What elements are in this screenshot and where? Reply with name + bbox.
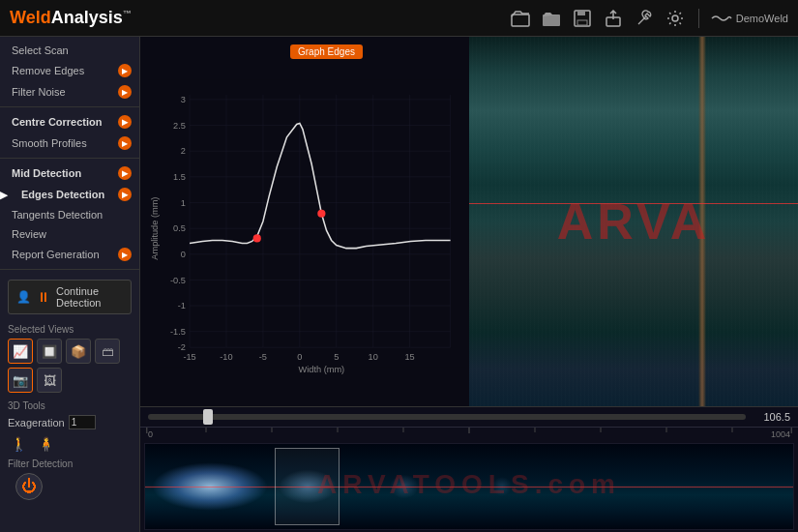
title-weld: Weld	[10, 8, 51, 27]
sidebar-item-select-scan[interactable]: Select Scan	[0, 41, 139, 60]
exageration-row: Exageration	[8, 415, 132, 429]
svg-rect-3	[577, 11, 585, 15]
svg-text:15: 15	[404, 352, 414, 362]
image-view-icon[interactable]: 🖼	[37, 368, 62, 393]
waveform-selection[interactable]	[275, 448, 340, 524]
svg-text:-1: -1	[178, 301, 186, 310]
tools-section: 3D Tools Exageration 🚶 🧍 Filter Detectio…	[0, 397, 139, 504]
folder-icon[interactable]	[540, 7, 563, 30]
svg-text:1: 1	[181, 198, 186, 208]
waveform-bg: ARVATOOLS.com	[145, 444, 793, 529]
slider-row: 106.5	[140, 407, 798, 428]
waveform-red-line	[145, 487, 793, 488]
view-icons: 📈 🔲 📦 🗃 📷 🖼	[8, 339, 132, 393]
demo-weld-label: DemoWeld	[711, 13, 788, 24]
svg-text:Width (mm): Width (mm)	[299, 365, 345, 374]
save-icon[interactable]	[571, 7, 594, 30]
play-icon: ⏸	[37, 289, 50, 305]
edge-dot-right	[317, 210, 325, 218]
chart-image-row: Graph Edges	[140, 37, 798, 406]
svg-text:5: 5	[334, 352, 339, 362]
weld-image: ARVA	[469, 37, 798, 406]
bottom-controls: 106.5 0 1004	[140, 406, 798, 532]
tick-row: 0 1004	[140, 428, 798, 441]
exageration-input[interactable]	[69, 415, 96, 429]
person-icon[interactable]: 🚶	[8, 433, 29, 455]
content-area: Graph Edges	[140, 37, 798, 532]
settings-icon[interactable]	[664, 7, 687, 30]
mid-detection-arrow: ▶	[118, 166, 132, 180]
export-icon[interactable]	[602, 7, 625, 30]
sidebar: Select Scan Remove Edges ▶ Filter Noise …	[0, 37, 140, 532]
sidebar-item-report-generation[interactable]: Report Generation ▶	[0, 244, 139, 265]
sidebar-divider-3	[0, 269, 139, 270]
main-layout: Select Scan Remove Edges ▶ Filter Noise …	[0, 37, 798, 532]
centre-correction-arrow: ▶	[118, 115, 132, 129]
svg-text:10: 10	[369, 352, 378, 362]
svg-text:2: 2	[181, 146, 186, 156]
continue-icon: 👤	[16, 290, 31, 304]
svg-text:-0.5: -0.5	[170, 276, 186, 285]
slider-value: 106.5	[752, 411, 790, 423]
sidebar-item-review[interactable]: Review	[0, 224, 139, 244]
remove-edges-arrow: ▶	[118, 64, 132, 77]
small-icon-row: 🚶 🧍	[8, 433, 132, 455]
graph-edges-button[interactable]: Graph Edges	[290, 44, 363, 59]
edges-detection-arrow: ▶	[118, 188, 132, 201]
svg-text:-10: -10	[220, 352, 232, 362]
views-section: Selected Views 📈 🔲 📦 🗃 📷 🖼	[0, 320, 139, 397]
svg-text:Amplitude (mm): Amplitude (mm)	[150, 197, 160, 260]
svg-text:-1.5: -1.5	[170, 327, 186, 337]
app-title: WeldAnalysis™	[10, 8, 132, 28]
active-arrow-icon: ▶	[0, 190, 8, 200]
person2-icon[interactable]: 🧍	[35, 433, 56, 455]
smooth-profiles-arrow: ▶	[118, 136, 132, 150]
title-analysis: Analysis	[51, 8, 123, 27]
waveform-container: ARVATOOLS.com	[144, 443, 794, 530]
box-view-icon[interactable]: 🗃	[95, 339, 120, 364]
sidebar-divider-2	[0, 158, 139, 159]
filter-noise-arrow: ▶	[118, 85, 132, 99]
svg-text:-5: -5	[259, 352, 267, 362]
svg-point-6	[672, 15, 678, 21]
3d-view-icon[interactable]: 🔲	[37, 339, 62, 364]
sidebar-item-centre-correction[interactable]: Centre Correction ▶	[0, 111, 139, 133]
sidebar-item-filter-noise[interactable]: Filter Noise ▶	[0, 81, 139, 103]
svg-text:2.5: 2.5	[173, 121, 186, 131]
sidebar-item-edges-detection[interactable]: ▶ Edges Detection ▶	[0, 184, 139, 205]
svg-text:1.5: 1.5	[173, 172, 186, 182]
report-generation-arrow: ▶	[118, 248, 132, 261]
sidebar-item-tangents-detection[interactable]: Tangents Detection	[0, 205, 139, 224]
open-icon[interactable]	[509, 7, 532, 30]
svg-text:-2: -2	[178, 342, 186, 352]
image-texture	[469, 37, 798, 406]
views-label: Selected Views	[8, 324, 132, 335]
sidebar-divider-1	[0, 106, 139, 107]
tool-icon[interactable]	[633, 7, 656, 30]
svg-rect-0	[512, 15, 529, 26]
svg-rect-1	[543, 15, 560, 26]
svg-rect-4	[577, 20, 587, 25]
slider-thumb[interactable]	[203, 409, 213, 425]
cube-view-icon[interactable]: 📦	[66, 339, 91, 364]
chart-view-icon[interactable]: 📈	[8, 339, 33, 364]
svg-text:-15: -15	[183, 352, 195, 362]
svg-text:0: 0	[297, 352, 302, 362]
position-slider[interactable]	[148, 414, 746, 420]
sidebar-item-smooth-profiles[interactable]: Smooth Profiles ▶	[0, 133, 139, 154]
title-tm: ™	[123, 9, 132, 18]
tools-label: 3D Tools	[8, 400, 132, 411]
toolbar-icons: DemoWeld	[509, 7, 788, 30]
continue-detection-button[interactable]: 👤 ⏸ Continue Detection	[8, 280, 132, 314]
sidebar-item-mid-detection[interactable]: Mid Detection ▶	[0, 163, 139, 184]
top-bar: WeldAnalysis™ DemoWeld	[0, 0, 798, 37]
svg-text:0: 0	[181, 250, 186, 259]
svg-text:0.5: 0.5	[173, 223, 186, 233]
chart-container: Graph Edges	[140, 37, 469, 406]
camera-view-icon[interactable]: 📷	[8, 368, 33, 393]
svg-rect-7	[148, 79, 465, 367]
power-button[interactable]: ⏻	[15, 473, 43, 500]
arva-tools-watermark: ARVATOOLS.com	[317, 469, 621, 500]
edge-dot-left	[253, 234, 261, 242]
sidebar-item-remove-edges[interactable]: Remove Edges ▶	[0, 60, 139, 81]
